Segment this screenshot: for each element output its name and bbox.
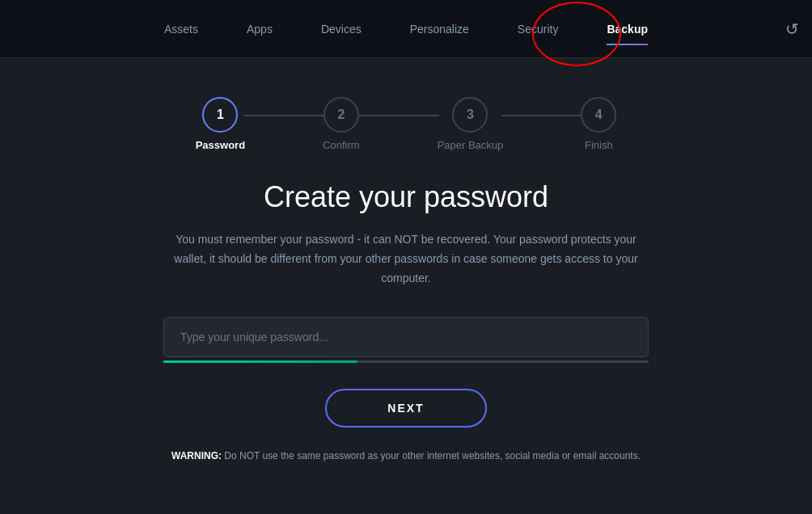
warning-text: WARNING: Do NOT use the same password as… (171, 450, 641, 461)
step-3-circle: 3 (452, 97, 488, 133)
history-icon[interactable]: ↺ (785, 19, 799, 39)
connector-3-4 (501, 115, 582, 116)
step-2-label: Confirm (323, 139, 360, 151)
nav-item-backup[interactable]: Backup (607, 19, 648, 39)
nav-item-devices[interactable]: Devices (321, 19, 362, 39)
connector-1-2 (243, 115, 324, 116)
nav-item-assets[interactable]: Assets (164, 19, 198, 39)
steps-container: 1 Password 2 Confirm 3 Paper Backup 4 Fi… (0, 97, 812, 151)
step-4: 4 Finish (581, 97, 616, 151)
connector-2-3 (358, 115, 439, 116)
step-2: 2 Confirm (323, 97, 360, 151)
page-description: You must remember your password - it can… (163, 230, 649, 288)
nav-items: Assets Apps Devices Personalize Security… (164, 19, 648, 39)
password-strength-fill (163, 360, 357, 363)
step-3-label: Paper Backup (438, 139, 504, 151)
step-4-circle: 4 (581, 97, 616, 133)
step-3: 3 Paper Backup (438, 97, 504, 151)
step-1-circle: 1 (202, 97, 238, 133)
nav-item-security[interactable]: Security (518, 19, 559, 39)
step-1: 1 Password (196, 97, 245, 151)
page-title: Create your password (264, 180, 548, 214)
main-content: Create your password You must remember y… (0, 151, 812, 461)
password-input[interactable] (163, 317, 649, 357)
step-4-label: Finish (585, 139, 613, 151)
nav-item-apps[interactable]: Apps (247, 19, 273, 39)
step-2-circle: 2 (324, 97, 359, 133)
password-strength-bar (163, 360, 649, 363)
next-button[interactable]: NEXT (325, 389, 487, 428)
password-input-container (163, 317, 649, 363)
nav-item-personalize[interactable]: Personalize (410, 19, 469, 39)
step-1-label: Password (196, 139, 245, 151)
navbar: Assets Apps Devices Personalize Security… (0, 0, 812, 58)
